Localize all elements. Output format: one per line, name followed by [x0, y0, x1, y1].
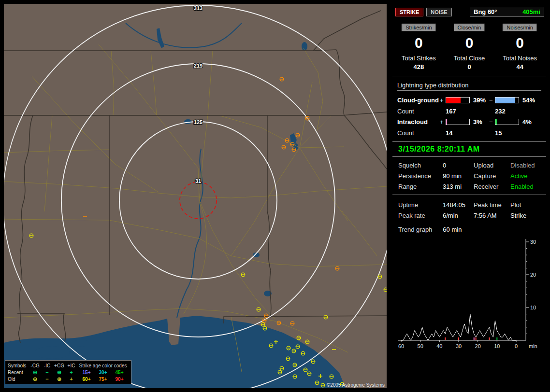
bearing-range: 405mi [522, 8, 540, 15]
range-value: 313 mi [443, 183, 474, 190]
intracloud-row: Intracloud + 3% − 4% [397, 117, 541, 127]
legend-neg-cg-header: -CG [29, 363, 41, 368]
cg-neg-bar [495, 97, 519, 103]
cg-pos-count: 167 [446, 108, 471, 115]
separator [392, 76, 546, 76]
total-close-label: Total Close [454, 55, 485, 62]
lightning-distribution: Lightning type distribution Cloud-ground… [392, 78, 546, 140]
ic-neg-pct: 4% [520, 118, 536, 126]
old-neg-ic-icon: − [41, 376, 53, 382]
cloud-ground-row: Cloud-ground + 39% − 54% [397, 95, 541, 105]
session-stats-grid: Uptime 1484:05 Peak time Plot Peak rate … [392, 196, 546, 222]
ic-neg-bar [495, 119, 519, 125]
total-strikes-value: 428 [413, 63, 424, 70]
trend-graph-header: Trend graph 60 min [392, 222, 546, 233]
ic-pos-bar [446, 119, 470, 125]
svg-text:30: 30 [530, 239, 536, 245]
plot-label: Plot [510, 201, 540, 209]
separator [392, 195, 546, 195]
range-label: Range [398, 183, 443, 190]
total-noises-value: 44 [516, 63, 523, 70]
bearing-display: Bng 60° 405mi [470, 7, 544, 17]
legend-symbols-header: Symbols [8, 363, 29, 368]
cg-pos-pct: 39% [471, 97, 489, 104]
svg-text:min: min [529, 343, 537, 349]
intracloud-count-row: Count 14 15 [397, 127, 541, 139]
trend-graph-label: Trend graph [398, 226, 432, 233]
noise-button[interactable]: NOISE [426, 8, 451, 16]
receiver-label: Receiver [474, 183, 510, 190]
peak-rate-value: 6/min [443, 212, 474, 219]
svg-text:10: 10 [530, 305, 536, 310]
bearing-label: Bng 60° [474, 8, 497, 15]
age-code-90: 90+ [114, 377, 125, 382]
plus-sign: + [440, 97, 446, 104]
svg-text:20: 20 [530, 272, 536, 278]
intracloud-label: Intracloud [397, 118, 440, 126]
noises-rate-column: Noises/min 0 Total Noises 44 [494, 24, 545, 70]
minus-sign: − [489, 97, 495, 104]
old-neg-cg-icon: ⊖ [29, 376, 41, 382]
rate-counters: Strikes/min 0 Total Strikes 428 Close/mi… [392, 18, 546, 74]
range-ring-label: 313 [194, 5, 203, 11]
legend-neg-ic-header: -IC [41, 363, 53, 368]
uptime-label: Uptime [398, 201, 443, 209]
control-panel: STRIKE NOISE Bng 60° 405mi Strikes/min 0… [392, 4, 546, 388]
range-ring-label: 31 [195, 178, 201, 184]
map-canvas[interactable]: 31321912531 [4, 4, 387, 388]
cloud-ground-count-row: Count 167 232 [397, 105, 541, 117]
cg-pos-bar [446, 97, 470, 103]
total-noises-label: Total Noises [503, 55, 537, 62]
legend-recent-label: Recent [8, 370, 29, 375]
svg-text:20: 20 [475, 343, 481, 349]
legend-header-row: Symbols -CG -IC +CG +IC Strike age color… [8, 362, 129, 369]
capture-label: Capture [474, 172, 510, 180]
status-grid: Squelch 0 Upload Disabled Persistence 90… [392, 157, 546, 193]
trend-line [401, 314, 516, 340]
receiver-status: Enabled [510, 183, 540, 190]
svg-text:10: 10 [494, 343, 500, 349]
svg-text:50: 50 [418, 343, 423, 349]
system-clock: 3/15/2026 8:20:11 AM [392, 141, 546, 157]
legend-pos-ic-header: +IC [65, 363, 77, 368]
close-per-min-badge[interactable]: Close/min [454, 24, 485, 31]
legend-old-row: Old ⊖ − ⊕ + 60+ 75+ 90+ [8, 376, 129, 382]
ic-pos-count: 14 [446, 129, 471, 137]
strikes-rate-column: Strikes/min 0 Total Strikes 428 [393, 24, 444, 70]
ic-pos-pct: 3% [471, 118, 489, 126]
cg-neg-pct: 54% [520, 97, 536, 104]
strike-legend: Symbols -CG -IC +CG +IC Strike age color… [5, 360, 131, 384]
range-ring-label: 125 [194, 119, 203, 125]
noises-per-min-badge[interactable]: Noises/min [503, 24, 536, 31]
trend-graph-window: 60 min [443, 226, 462, 233]
age-code-15: 15+ [81, 370, 92, 375]
age-code-30: 30+ [97, 370, 109, 375]
legend-pos-cg-header: +CG [53, 363, 65, 368]
strikes-per-min-badge[interactable]: Strikes/min [402, 24, 435, 31]
panel-top-bar: STRIKE NOISE Bng 60° 405mi [392, 4, 546, 18]
plot-mode-value: Strike [510, 212, 540, 219]
distribution-title: Lightning type distribution [397, 82, 541, 91]
minus-sign: − [489, 118, 495, 126]
recent-neg-ic-icon: − [41, 369, 53, 375]
copyright-text: ©2005 Astrogenic Systems [327, 382, 385, 388]
total-strikes-label: Total Strikes [402, 55, 436, 62]
persistence-label: Persistence [398, 172, 443, 180]
count-label: Count [397, 129, 440, 137]
cloud-ground-label: Cloud-ground [397, 97, 440, 104]
svg-text:30: 30 [456, 343, 462, 349]
peak-time-value: 7:56 AM [474, 212, 510, 219]
close-per-min-value: 0 [465, 35, 474, 51]
strike-button[interactable]: STRIKE [395, 8, 423, 16]
plus-sign: + [440, 118, 446, 126]
ic-neg-count: 15 [495, 129, 520, 137]
legend-recent-row: Recent ⊖ − ⊕ + 15+ 30+ 45+ [8, 369, 129, 376]
age-code-75: 75+ [97, 377, 109, 382]
recent-pos-cg-icon: ⊕ [53, 369, 65, 376]
peak-rate-label: Peak rate [398, 212, 443, 219]
strikes-per-min-value: 0 [415, 35, 423, 51]
close-rate-column: Close/min 0 Total Close 0 [444, 24, 495, 70]
lightning-map[interactable]: 31321912531 Symbols -CG -IC +CG +IC Stri… [4, 4, 387, 388]
recent-neg-cg-icon: ⊖ [29, 369, 41, 376]
count-label: Count [397, 108, 440, 115]
